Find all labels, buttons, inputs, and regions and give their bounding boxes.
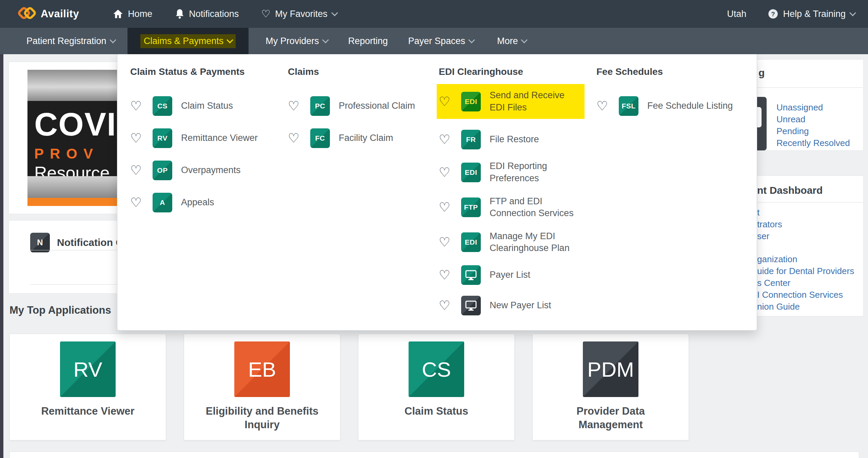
menu-item-professional-claim[interactable]: ♡ PC Professional Claim	[288, 96, 437, 116]
notification-center-tile[interactable]: N	[30, 233, 50, 252]
menu-item-payer-list[interactable]: ♡ Payer List	[439, 265, 588, 285]
favorite-heart-icon[interactable]: ♡	[439, 269, 454, 282]
menu-item-label[interactable]: Professional Claim	[339, 100, 415, 112]
availity-mark-icon	[17, 4, 37, 24]
availity-logo[interactable]: Availity	[17, 4, 79, 24]
app-navbar: Patient Registration Claims & Payments M…	[0, 28, 868, 54]
tile-letter: EDI	[465, 98, 477, 106]
app-card-provider-data-management[interactable]: PDM Provider Data Management	[532, 334, 689, 440]
dashboard-link[interactable]: ganization	[757, 253, 854, 265]
app-label[interactable]: Claim Status	[358, 404, 514, 418]
tab-my-providers[interactable]: My Providers	[265, 36, 328, 46]
menu-column-claims: Claims ♡ PC Professional Claim ♡ FC Faci…	[288, 66, 437, 161]
favorite-heart-icon[interactable]: ♡	[439, 201, 454, 214]
tab-payer-spaces[interactable]: Payer Spaces	[408, 36, 474, 46]
sidebar-heading-fragment: g	[758, 67, 765, 79]
link-recently-resolved[interactable]: Recently Resolved	[776, 137, 850, 149]
top-navbar: Availity Home Notifications ♡ My Favorit…	[0, 0, 868, 28]
tab-label: More	[497, 36, 518, 46]
app-label[interactable]: Provider Data Management	[533, 404, 689, 432]
menu-item-label[interactable]: Overpayments	[181, 164, 241, 176]
favorite-heart-icon[interactable]: ♡	[130, 132, 146, 145]
tab-patient-registration[interactable]: Patient Registration	[26, 36, 115, 46]
menu-item-remittance-viewer[interactable]: ♡ RV Remittance Viewer	[130, 128, 279, 148]
tab-claims-payments[interactable]: Claims & Payments	[127, 28, 249, 54]
app-tile-cs[interactable]: CS	[409, 341, 464, 397]
link-unread[interactable]: Unread	[776, 113, 850, 125]
menu-item-overpayments[interactable]: ♡ OP Overpayments	[130, 161, 279, 180]
menu-item-claim-status[interactable]: ♡ CS Claim Status	[130, 96, 279, 116]
favorite-heart-icon[interactable]: ♡	[439, 236, 454, 249]
dashboard-link[interactable]: uide for Dental Providers	[757, 265, 854, 277]
menu-item-new-payer-list[interactable]: ♡ New Payer List	[439, 296, 588, 315]
favorite-heart-icon[interactable]: ♡	[130, 164, 146, 177]
sidebar-icon-tile-partial	[756, 97, 767, 150]
menu-item-label[interactable]: EDI Reporting Preferences	[490, 160, 578, 184]
menu-item-file-restore[interactable]: ♡ FR File Restore	[439, 130, 588, 149]
app-tile: FSL	[619, 96, 638, 116]
menu-column-edi-clearinghouse: EDI Clearinghouse ♡ EDI Send and Receive…	[439, 66, 588, 326]
nav-notifications[interactable]: Notifications	[175, 9, 239, 19]
app-tile: FR	[461, 130, 481, 149]
favorite-heart-icon[interactable]: ♡	[288, 132, 303, 145]
favorite-heart-icon[interactable]: ♡	[596, 100, 612, 112]
menu-item-label[interactable]: Manage My EDI Clearinghouse Plan	[490, 230, 578, 254]
favorite-heart-icon[interactable]: ♡	[439, 95, 454, 108]
menu-item-label[interactable]: Fee Schedule Listing	[647, 100, 733, 112]
menu-item-ftp-edi-connection-services[interactable]: ♡ FTP FTP and EDI Connection Services	[439, 195, 588, 220]
menu-item-label[interactable]: Facility Claim	[339, 132, 393, 144]
favorite-heart-icon[interactable]: ♡	[439, 299, 454, 312]
menu-item-label[interactable]: Send and Receive EDI Files	[490, 89, 578, 113]
dashboard-link[interactable]: trators	[757, 218, 854, 230]
favorite-heart-icon[interactable]: ♡	[130, 196, 146, 209]
menu-item-facility-claim[interactable]: ♡ FC Facility Claim	[288, 128, 437, 148]
app-card-remittance-viewer[interactable]: RV Remittance Viewer	[9, 334, 166, 440]
menu-item-label[interactable]: File Restore	[490, 133, 539, 146]
tab-label: Reporting	[348, 36, 388, 46]
menu-item-manage-my-edi-clearinghouse-plan[interactable]: ♡ EDI Manage My EDI Clearinghouse Plan	[439, 230, 588, 254]
dashboard-link[interactable]: ser	[757, 230, 854, 242]
tab-reporting[interactable]: Reporting	[348, 36, 388, 46]
nav-help-training[interactable]: ? Help & Training	[768, 9, 855, 19]
chevron-down-icon	[331, 9, 338, 16]
dashboard-link[interactable]: nion Guide	[757, 301, 854, 313]
app-tile-eb[interactable]: EB	[234, 341, 290, 397]
app-tile: EDI	[461, 232, 481, 252]
app-tile-rv[interactable]: RV	[60, 341, 116, 397]
favorite-heart-icon[interactable]: ♡	[288, 100, 303, 112]
menu-item-label[interactable]: Payer List	[490, 269, 530, 281]
app-card-claim-status[interactable]: CS Claim Status	[358, 334, 515, 440]
menu-item-label[interactable]: New Payer List	[490, 299, 551, 312]
menu-item-label[interactable]: FTP and EDI Connection Services	[490, 195, 578, 220]
bell-icon	[175, 9, 184, 19]
menu-item-edi-reporting-preferences[interactable]: ♡ EDI EDI Reporting Preferences	[439, 160, 588, 184]
app-label[interactable]: Remittance Viewer	[10, 404, 166, 418]
menu-item-send-receive-edi-files[interactable]: ♡ EDI Send and Receive EDI Files	[437, 84, 585, 119]
app-label[interactable]: Eligibility and Benefits Inquiry	[184, 404, 340, 432]
dashboard-link[interactable]: s Center	[757, 277, 854, 289]
app-tile: FC	[310, 128, 330, 148]
link-unassigned[interactable]: Unassigned	[776, 102, 850, 113]
menu-item-fee-schedule-listing[interactable]: ♡ FSL Fee Schedule Listing	[596, 96, 746, 116]
app-tile: EDI	[461, 92, 481, 111]
tab-label: Claims & Payments	[144, 36, 224, 46]
menu-item-label[interactable]: Claim Status	[181, 100, 233, 112]
dashboard-link[interactable]: I Connection Services	[757, 289, 854, 301]
tile-letter: PDM	[587, 357, 634, 381]
tile-letter: PC	[315, 102, 325, 110]
nav-home[interactable]: Home	[113, 9, 152, 19]
menu-item-label[interactable]: Appeals	[181, 196, 214, 209]
link-pending[interactable]: Pending	[776, 125, 850, 137]
favorite-heart-icon[interactable]: ♡	[439, 166, 454, 179]
app-tile-pdm[interactable]: PDM	[583, 341, 638, 397]
chevron-down-icon	[226, 37, 233, 43]
nav-my-favorites[interactable]: ♡ My Favorites	[261, 9, 337, 19]
dashboard-link[interactable]: t	[757, 207, 854, 218]
menu-item-label[interactable]: Remittance Viewer	[181, 132, 258, 144]
favorite-heart-icon[interactable]: ♡	[439, 133, 454, 146]
tab-more[interactable]: More	[497, 36, 527, 46]
home-icon	[113, 9, 123, 19]
menu-item-appeals[interactable]: ♡ A Appeals	[130, 193, 279, 212]
app-card-eligibility-benefits[interactable]: EB Eligibility and Benefits Inquiry	[184, 334, 340, 440]
favorite-heart-icon[interactable]: ♡	[130, 100, 146, 112]
